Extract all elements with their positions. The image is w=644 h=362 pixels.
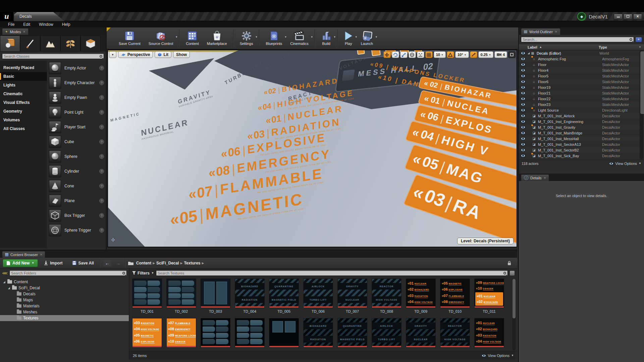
- placeable-item-cube[interactable]: Cube?: [47, 134, 106, 149]
- toolbar-button-settings[interactable]: Settings▼: [236, 29, 257, 47]
- outliner-row[interactable]: ◪M_T_002_Inst_BridgeDecalActor: [519, 159, 644, 160]
- outliner-row[interactable]: ⌂FloorStaticMeshActor: [519, 62, 644, 67]
- placeable-item-sphere-trigger[interactable]: Sphere Trigger?: [47, 223, 106, 238]
- outliner-row[interactable]: ☼Light SourceDirectionalLight: [519, 107, 644, 113]
- breadcrumb-textures[interactable]: Textures: [184, 261, 200, 265]
- visibility-eye-icon[interactable]: [521, 103, 525, 106]
- dropdown-arrow-icon[interactable]: ▼: [375, 36, 378, 39]
- asset-tile-td_008[interactable]: REACTORHIGH VOLTAGETD_008: [372, 279, 401, 313]
- asset-tile-td_009[interactable]: «01NUCLEAR«02BIOHAZARD«03RADIATION«04HIG…: [406, 279, 436, 313]
- modes-tab-close-icon[interactable]: ✕: [23, 30, 25, 34]
- close-button[interactable]: ×: [633, 14, 642, 19]
- show-button[interactable]: Show: [173, 51, 190, 58]
- asset-tile[interactable]: [201, 318, 230, 348]
- breadcrumb-content[interactable]: Content: [136, 261, 151, 265]
- placeable-item-empty-actor[interactable]: Empty Actor?: [47, 61, 106, 75]
- lit-mode-button[interactable]: Lit: [155, 51, 171, 58]
- outliner-column-header[interactable]: Label▲ Type ▼: [519, 44, 644, 50]
- category-basic[interactable]: Basic: [0, 72, 47, 81]
- content-browser-tab-close-icon[interactable]: ✕: [40, 253, 43, 256]
- import-button[interactable]: Import: [41, 259, 66, 267]
- outliner-row[interactable]: ⌂Floor22StaticMeshActor: [519, 96, 644, 102]
- visibility-eye-icon[interactable]: [521, 154, 525, 157]
- asset-tile[interactable]: AIRLOCKTURBO LIFT: [372, 318, 401, 348]
- maximize-viewport-button[interactable]: [508, 51, 516, 58]
- outliner-row[interactable]: ☼Atmospheric FogAtmosphericFog: [519, 56, 644, 62]
- outliner-row[interactable]: ⌂Floor21StaticMeshActor: [519, 90, 644, 96]
- mode-tab-foliage[interactable]: [60, 36, 80, 52]
- visibility-eye-icon[interactable]: [521, 109, 525, 112]
- folder-content[interactable]: ◢Content: [0, 279, 129, 285]
- visibility-eye-icon[interactable]: [521, 80, 525, 83]
- folder-textures[interactable]: Textures: [0, 315, 129, 321]
- outliner-row[interactable]: ◪M_T_001_Inst_GravityDecalActor: [519, 124, 644, 130]
- toolbar-button-blueprints[interactable]: Blueprints▼: [262, 29, 286, 47]
- outliner-row[interactable]: ⌂Floor23StaticMeshActor: [519, 102, 644, 107]
- placeable-item-point-light[interactable]: Point Light?: [47, 105, 106, 120]
- visibility-eye-icon[interactable]: [521, 69, 525, 72]
- save-all-button[interactable]: Save All: [69, 259, 97, 267]
- category-geometry[interactable]: Geometry: [0, 107, 47, 116]
- viewport-options-button[interactable]: ▼: [109, 51, 116, 58]
- asset-tile-td_005[interactable]: QUARANTINEMAGNETIC FIELDTD_005: [269, 279, 299, 313]
- perspective-button[interactable]: Perspective: [118, 51, 153, 58]
- dropdown-arrow-icon[interactable]: ▼: [255, 36, 258, 39]
- outliner-row[interactable]: ◪M_T_001_Inst_MessHallDecalActor: [519, 136, 644, 141]
- search-classes-input[interactable]: Search Classes: [2, 53, 104, 59]
- outliner-row[interactable]: ◢▦Decals (Editor)World: [519, 50, 644, 56]
- viewport-scene[interactable]: MESS HALL02AIRLOCKTURBO LIFTHIGH VOLTAGE…: [108, 50, 517, 247]
- restore-button[interactable]: [624, 14, 632, 19]
- translate-tool-button[interactable]: [383, 51, 391, 58]
- type-filter-icon[interactable]: ▼: [639, 46, 644, 49]
- outliner-view-options-button[interactable]: View Options ▼: [609, 162, 641, 166]
- details-tab-close-icon[interactable]: ✕: [544, 176, 546, 180]
- tab-modes[interactable]: ✦ Modes ✕: [2, 28, 29, 35]
- placeable-item-player-start[interactable]: Player Start?: [47, 120, 106, 134]
- asset-tile-td_010[interactable]: «05MAGNETIC«06EXPLOSIVE«07FLAMMABLE«08EM…: [440, 279, 470, 313]
- rotation-snap-value-button[interactable]: 10°▼: [455, 51, 469, 58]
- toolbar-button-save-current[interactable]: Save Current: [115, 29, 145, 47]
- toolbar-button-marketplace[interactable]: uMarketplace: [203, 29, 231, 47]
- folder-decals[interactable]: Decals: [0, 291, 129, 297]
- tree-expander-icon[interactable]: ◢: [7, 287, 10, 290]
- placeable-item-empty-pawn[interactable]: Empty Pawn?: [47, 90, 106, 105]
- minimize-button[interactable]: [614, 14, 623, 19]
- visibility-eye-icon[interactable]: [521, 126, 525, 129]
- asset-tile-td_004[interactable]: BIOHAZARDRADIATIONTD_004: [235, 279, 265, 313]
- outliner-row[interactable]: ◪M_T_001_Inst_SectorB2DecalActor: [519, 147, 644, 153]
- outliner-scrollbar[interactable]: [640, 50, 643, 160]
- label-column-header[interactable]: Label: [528, 45, 537, 49]
- category-lights[interactable]: Lights: [0, 81, 47, 89]
- asset-tile-td_001[interactable]: TD_001: [132, 279, 162, 313]
- outliner-search-input[interactable]: Search...: [521, 37, 634, 42]
- mode-tab-geometry[interactable]: [80, 36, 101, 52]
- forward-button[interactable]: →: [114, 260, 122, 266]
- expander-icon[interactable]: ◢: [527, 52, 530, 55]
- outliner-row[interactable]: ⌂Floor4StaticMeshActor: [519, 67, 644, 73]
- placeable-item-sphere[interactable]: Sphere?: [47, 149, 106, 164]
- folder-meshes[interactable]: Meshes: [0, 309, 129, 315]
- toolbar-button-build[interactable]: Build▼: [317, 29, 335, 47]
- outliner-create-button[interactable]: +: [635, 37, 642, 42]
- mode-tab-paint[interactable]: [20, 36, 40, 52]
- lock-icon[interactable]: [507, 261, 515, 265]
- tree-expander-icon[interactable]: ◢: [3, 281, 6, 284]
- visibility-eye-icon[interactable]: [521, 57, 525, 60]
- asset-tile[interactable]: «07FLAMMABLE«08EMERGENCY«09WEAPONS LOCKE…: [166, 318, 196, 348]
- toolbar-button-cinematics[interactable]: Cinematics▼: [286, 29, 312, 47]
- asset-tile[interactable]: REACTORHIGH VOLTAGE: [440, 318, 470, 348]
- asset-tile[interactable]: GRAVITYNUCLEAR: [406, 318, 436, 348]
- outliner-row[interactable]: ◪M_T_001_Inst_EngineeringDecalActor: [519, 119, 644, 124]
- category-all-classes[interactable]: All Classes: [0, 124, 47, 133]
- category-recently-placed[interactable]: Recently Placed: [0, 63, 47, 72]
- visibility-eye-icon[interactable]: [521, 86, 525, 89]
- camera-speed-button[interactable]: 4: [494, 51, 507, 58]
- tab-world-outliner[interactable]: World Outliner ✕: [521, 28, 560, 35]
- scale-snap-value-button[interactable]: 0.25▼: [478, 51, 493, 58]
- grid-snap-value-button[interactable]: 10▼: [434, 51, 446, 58]
- placeable-item-plane[interactable]: Plane?: [47, 193, 106, 208]
- outliner-row[interactable]: ⌂Floor6StaticMeshActor: [519, 79, 644, 84]
- asset-tile[interactable]: [269, 318, 299, 348]
- back-button[interactable]: ←: [103, 260, 111, 266]
- add-new-button[interactable]: Add New ▼: [3, 259, 38, 267]
